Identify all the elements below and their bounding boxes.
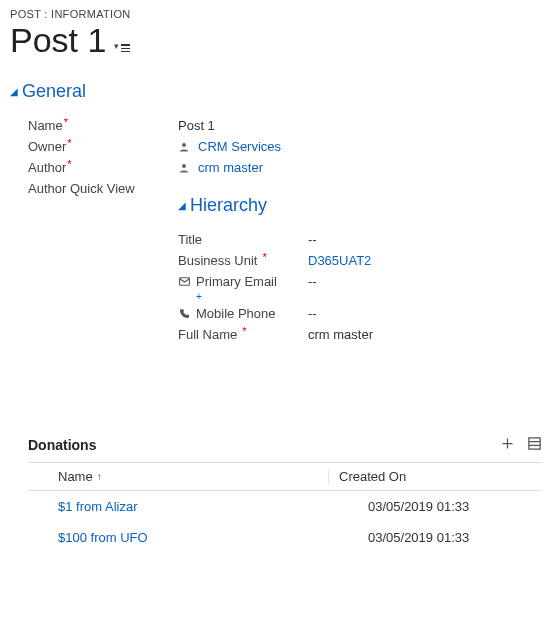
mail-icon xyxy=(178,275,192,288)
qv-fullname-label: Full Name* xyxy=(178,327,308,342)
col-header-name-text: Name xyxy=(58,469,93,484)
donations-title: Donations xyxy=(28,437,96,453)
col-header-name[interactable]: Name ↑ xyxy=(28,469,328,484)
required-icon: * xyxy=(242,325,246,337)
person-icon xyxy=(178,141,192,153)
label-text: Business Unit xyxy=(178,253,257,268)
collapse-icon: ◢ xyxy=(178,200,186,211)
required-icon: * xyxy=(262,251,266,263)
person-icon xyxy=(178,162,192,174)
field-author-quickview: Author Quick View ◢ Hierarchy Title -- B… xyxy=(28,181,542,348)
label-text: Full Name xyxy=(178,327,237,342)
section-hierarchy-header[interactable]: ◢ Hierarchy xyxy=(178,195,542,216)
row-name-link[interactable]: $1 from Alizar xyxy=(28,499,328,514)
section-general-title: General xyxy=(22,81,86,102)
field-owner-value[interactable]: CRM Services xyxy=(178,139,281,154)
qv-bu: Business Unit* D365UAT2 xyxy=(178,253,542,268)
qv-phone-value[interactable]: -- xyxy=(308,306,317,321)
field-author-link[interactable]: crm master xyxy=(198,160,263,175)
add-record-icon[interactable] xyxy=(500,436,515,454)
row-name-link[interactable]: $100 from UFO xyxy=(28,530,328,545)
page-title-row: Post 1 ▾ xyxy=(10,22,542,59)
grid-actions xyxy=(500,436,542,454)
field-author-label: Author* xyxy=(28,160,178,175)
qv-phone: Mobile Phone -- xyxy=(178,306,542,321)
qv-fullname-value[interactable]: crm master xyxy=(308,327,373,342)
field-author-value[interactable]: crm master xyxy=(178,160,263,175)
svg-rect-3 xyxy=(529,438,540,449)
quickview-panel: ◢ Hierarchy Title -- Business Unit* D365… xyxy=(178,181,542,348)
qv-fullname: Full Name* crm master xyxy=(178,327,542,342)
field-author: Author* crm master xyxy=(28,160,542,175)
donations-header: Donations xyxy=(28,436,542,454)
col-header-created[interactable]: Created On xyxy=(328,469,542,484)
svg-point-1 xyxy=(182,164,186,168)
label-text: Owner xyxy=(28,139,66,154)
qv-email-label: Primary Email xyxy=(178,274,308,289)
qv-email: Primary Email -- xyxy=(178,274,542,289)
required-icon: * xyxy=(67,137,71,149)
field-owner: Owner* CRM Services xyxy=(28,139,542,154)
qv-phone-label: Mobile Phone xyxy=(178,306,308,321)
label-text: Name xyxy=(28,118,63,133)
general-fields: Name* Post 1 Owner* CRM Services Author*… xyxy=(10,118,542,348)
required-icon: * xyxy=(64,116,68,128)
qv-email-value[interactable]: -- xyxy=(308,274,317,289)
qv-title: Title -- xyxy=(178,232,542,247)
label-text: Author xyxy=(28,160,66,175)
section-hierarchy-title: Hierarchy xyxy=(190,195,267,216)
qv-title-label: Title xyxy=(178,232,308,247)
add-email-icon[interactable]: + xyxy=(196,291,542,302)
qv-bu-value[interactable]: D365UAT2 xyxy=(308,253,371,268)
row-created: 03/05/2019 01:33 xyxy=(328,530,542,545)
field-owner-link[interactable]: CRM Services xyxy=(198,139,281,154)
phone-icon xyxy=(178,308,192,320)
grid-header-row: Name ↑ Created On xyxy=(28,462,542,491)
sort-asc-icon: ↑ xyxy=(97,471,102,482)
donations-subgrid: Donations Name ↑ Created On $1 from Aliz… xyxy=(10,436,542,553)
table-row[interactable]: $100 from UFO 03/05/2019 01:33 xyxy=(28,522,542,553)
field-owner-label: Owner* xyxy=(28,139,178,154)
label-text: Primary Email xyxy=(196,274,277,289)
breadcrumb: POST : INFORMATION xyxy=(10,8,542,20)
grid-view-icon[interactable] xyxy=(527,436,542,454)
table-row[interactable]: $1 from Alizar 03/05/2019 01:33 xyxy=(28,491,542,522)
section-general-header[interactable]: ◢ General xyxy=(10,81,542,102)
required-icon: * xyxy=(67,158,71,170)
record-menu-icon[interactable]: ▾ xyxy=(114,43,130,59)
row-created: 03/05/2019 01:33 xyxy=(328,499,542,514)
caret-down-icon: ▾ xyxy=(114,41,119,51)
qv-bu-label: Business Unit* xyxy=(178,253,308,268)
field-name: Name* Post 1 xyxy=(28,118,542,133)
menu-bars-icon xyxy=(121,44,130,52)
collapse-icon: ◢ xyxy=(10,86,18,97)
field-name-label: Name* xyxy=(28,118,178,133)
page-title: Post 1 xyxy=(10,22,106,59)
label-text: Mobile Phone xyxy=(196,306,276,321)
field-authorqv-label: Author Quick View xyxy=(28,181,178,196)
qv-title-value[interactable]: -- xyxy=(308,232,317,247)
svg-point-0 xyxy=(182,143,186,147)
field-name-value[interactable]: Post 1 xyxy=(178,118,215,133)
